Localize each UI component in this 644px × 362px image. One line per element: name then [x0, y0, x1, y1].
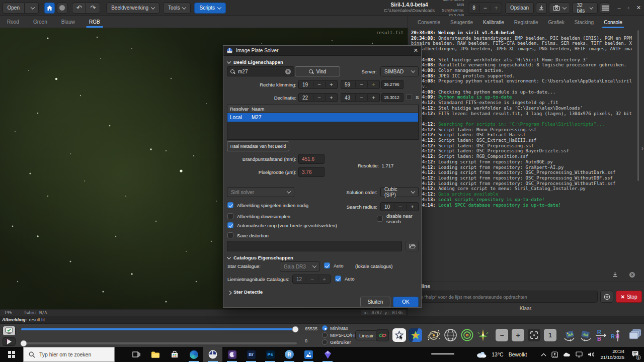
- console-scrollbar[interactable]: [637, 30, 639, 181]
- stop-button[interactable]: ✕Stop: [616, 291, 642, 303]
- celestial-grid-button[interactable]: [444, 328, 457, 343]
- table-row[interactable]: LocalM27: [227, 113, 418, 122]
- taskbar-siril[interactable]: [203, 347, 222, 362]
- dec-minutes-spinner[interactable]: 43−+: [341, 93, 380, 102]
- ra-minutes-spinner[interactable]: 59−+: [341, 80, 380, 89]
- server-dropdown[interactable]: SIMBAD: [380, 66, 419, 76]
- weather-temp[interactable]: 13°C: [492, 351, 503, 357]
- low-slider[interactable]: [21, 342, 297, 344]
- redo-button[interactable]: ↷: [86, 3, 100, 14]
- plus-icon[interactable]: +: [367, 81, 379, 87]
- panel-expander[interactable]: ›: [641, 145, 643, 152]
- background-extraction-button[interactable]: [476, 328, 490, 344]
- star-detection-button[interactable]: [409, 328, 422, 342]
- minus-icon[interactable]: −: [306, 276, 318, 282]
- minus-icon[interactable]: −: [394, 204, 406, 210]
- photometry-button[interactable]: [460, 328, 474, 343]
- distortion-path-input[interactable]: [227, 241, 402, 251]
- tab-rgb[interactable]: RGB: [82, 17, 107, 28]
- bit-depth-dropdown[interactable]: 32 bits: [572, 3, 598, 14]
- zoom-in-button[interactable]: +: [512, 329, 524, 341]
- section-star-detection[interactable]: Ster Detectie: [227, 289, 263, 295]
- autocrop-checkbox[interactable]: Automatische crop (voor brede gezichtsve…: [227, 222, 337, 228]
- minus-icon[interactable]: −: [313, 81, 325, 87]
- plus-icon[interactable]: +: [325, 95, 337, 101]
- rotate-right-button[interactable]: [579, 328, 593, 343]
- pixel-size-input[interactable]: 3.76: [298, 167, 325, 177]
- undo-button[interactable]: ↶: [72, 3, 86, 14]
- taskbar-registax[interactable]: R: [280, 347, 299, 362]
- rotate-left-button[interactable]: [562, 328, 577, 343]
- high-slider-handle[interactable]: [292, 326, 299, 333]
- taskbar-bridge[interactable]: Br: [242, 347, 261, 362]
- open-dropdown-button[interactable]: [25, 3, 39, 14]
- sequence-frames-button[interactable]: [628, 328, 642, 343]
- column-resolver[interactable]: Resolver: [227, 106, 249, 112]
- plus-icon[interactable]: +: [325, 81, 337, 87]
- section-catalog-properties[interactable]: Catalogus Eigenschappen: [227, 255, 293, 260]
- object-search-input[interactable]: m27 ✕: [227, 66, 294, 76]
- taskbar-photos[interactable]: [299, 347, 318, 362]
- command-wheel-button[interactable]: [600, 291, 613, 303]
- south-checkbox[interactable]: S: [406, 94, 419, 100]
- close-dialog-button[interactable]: Sluiten: [360, 297, 390, 307]
- minus-icon[interactable]: −: [479, 5, 491, 12]
- solution-order-dropdown[interactable]: Cubic (SIP): [380, 187, 419, 197]
- tab-red[interactable]: Rood: [0, 17, 26, 28]
- star-picker-button[interactable]: [392, 328, 406, 342]
- minus-icon[interactable]: −: [355, 95, 367, 101]
- tab-sequence[interactable]: Seugentie: [446, 18, 477, 28]
- speaker-icon[interactable]: [588, 351, 595, 357]
- dec-degrees-spinner[interactable]: 22−+: [298, 93, 338, 102]
- taskbar-gem-app[interactable]: [318, 347, 337, 362]
- taskbar-astro-app[interactable]: [222, 347, 242, 362]
- maximize-button[interactable]: ▫: [628, 6, 629, 11]
- tab-plot[interactable]: Grafiek: [544, 18, 569, 28]
- notification-center-button[interactable]: 5: [631, 350, 639, 358]
- export-log-icon[interactable]: [612, 272, 618, 278]
- tab-conversion[interactable]: Conversie: [413, 18, 445, 28]
- zoom-out-button[interactable]: −: [496, 329, 508, 341]
- clear-log-icon[interactable]: ✕: [629, 272, 635, 278]
- record-button[interactable]: [57, 3, 68, 14]
- open-button[interactable]: Open: [3, 3, 25, 14]
- scripts-menu[interactable]: Scripts: [194, 3, 226, 14]
- close-button[interactable]: ✕: [636, 5, 641, 11]
- downsample-checkbox[interactable]: Afbeelding downsamplen: [227, 213, 290, 219]
- clear-search-icon[interactable]: ✕: [285, 69, 291, 74]
- plus-icon[interactable]: +: [406, 204, 418, 210]
- taskbar-clock[interactable]: 20:34 21/10/2025: [600, 348, 624, 360]
- mode-minmax[interactable]: Min/Max: [322, 325, 348, 331]
- ra-hours-spinner[interactable]: 19−+: [298, 80, 338, 89]
- home-button[interactable]: [44, 3, 55, 14]
- search-radius-spinner[interactable]: 10−+: [380, 202, 419, 211]
- magnitude-auto-checkbox[interactable]: Auto: [335, 276, 355, 282]
- ok-button[interactable]: OK: [393, 297, 419, 307]
- tab-registration[interactable]: Registratie: [510, 18, 543, 28]
- tray-people-icon[interactable]: [551, 351, 558, 358]
- tab-stacking[interactable]: Stacking: [570, 18, 598, 28]
- gamut-button[interactable]: [3, 337, 16, 346]
- star-catalogue-dropdown[interactable]: Gaia DR3: [280, 261, 320, 272]
- onedrive-icon[interactable]: [563, 352, 571, 357]
- main-menu-button[interactable]: [600, 3, 611, 14]
- mode-mips[interactable]: MIPS-LO/HI: [322, 332, 356, 338]
- tab-blue[interactable]: Blauw: [54, 17, 82, 28]
- link-channels-button[interactable]: [376, 329, 389, 341]
- save-as-button[interactable]: [536, 3, 547, 14]
- flip-checkbox[interactable]: Afbeelding spiegelen indien nodig: [227, 202, 308, 208]
- threads-spinner[interactable]: 8 − +: [468, 3, 502, 14]
- dec-seconds-input[interactable]: 15.3012: [381, 93, 404, 102]
- catalogue-auto-checkbox[interactable]: Auto: [324, 262, 344, 268]
- minus-icon[interactable]: −: [313, 95, 325, 101]
- dialog-close-button[interactable]: ✕: [414, 47, 418, 54]
- find-button[interactable]: Vind: [295, 66, 340, 76]
- browse-folder-button[interactable]: [406, 241, 419, 251]
- image-processing-menu[interactable]: Beeldverwerking: [106, 3, 159, 14]
- display-check-button[interactable]: [3, 326, 16, 336]
- tab-green[interactable]: Groen: [26, 17, 54, 28]
- focal-length-input[interactable]: 451.6: [298, 154, 325, 164]
- plus-icon[interactable]: +: [318, 276, 330, 282]
- display-tray-icon[interactable]: [576, 351, 583, 357]
- low-slider-handle[interactable]: [21, 340, 27, 347]
